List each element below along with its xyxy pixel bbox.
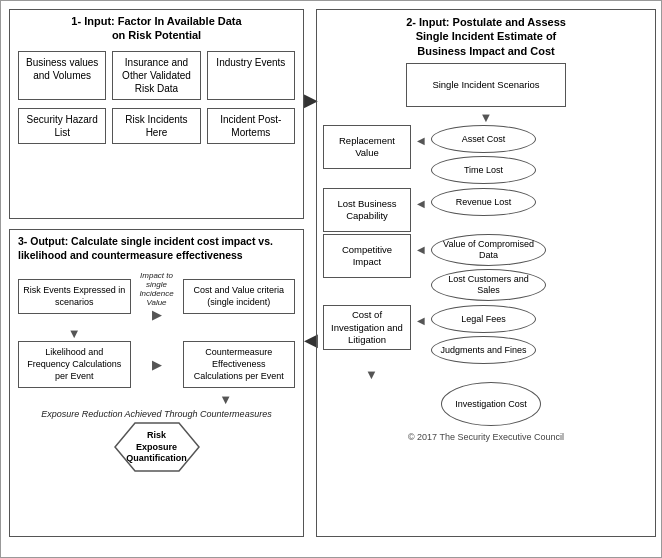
box-countermeasure: Countermeasure Effectiveness Calculation… [183,341,296,388]
impact-label: Impact to single Incidence Value [137,271,177,307]
hexagon-label: Risk Exposure Quantification [126,430,187,464]
connector-3: ◀ [411,234,431,255]
arrow-down-2: ▼ [317,368,655,382]
box-incident-post: Incident Post-Mortems [207,108,295,144]
ovals-lost-business: Revenue Lost [431,188,536,216]
box-industry-events: Industry Events [207,51,295,100]
single-incident-box: Single Incident Scenarios [406,63,566,107]
rect-replacement: Replacement Value [323,125,411,169]
group-replacement: Replacement Value ◀ Asset Cost Time Lost [317,125,655,184]
box-business-values: Business values and Volumes [18,51,106,100]
oval-time-lost: Time Lost [431,156,536,184]
section3-inner: Risk Events Expressed in scenarios Impac… [10,267,303,477]
box-likelihood: Likelihood and Frequency Calculations pe… [18,341,131,388]
box-risk-incidents: Risk Incidents Here [112,108,200,144]
ovals-replacement: Asset Cost Time Lost [431,125,536,184]
oval-asset-cost: Asset Cost [431,125,536,153]
connector-2: ◀ [411,188,431,209]
box-security-hazard: Security Hazard List [18,108,106,144]
oval-judgments: Judgments and Fines [431,336,536,364]
rect-investigation: Cost of Investigation and Litigation [323,305,411,350]
section1-title: 1- Input: Factor In Available Data on Ri… [10,10,303,47]
section3-top-row: Risk Events Expressed in scenarios Impac… [18,271,295,322]
group-competitive: Competitive Impact ◀ Value of Compromise… [317,234,655,301]
oval-lost-customers: Lost Customers and Sales [431,269,546,301]
oval-legal-fees: Legal Fees [431,305,536,333]
connector-4: ◀ [411,305,431,326]
section1-row2: Security Hazard List Risk Incidents Here… [10,104,303,148]
box-risk-events: Risk Events Expressed in scenarios [18,279,131,314]
hexagon-wrapper: Risk Exposure Quantification [18,421,295,473]
rect-lost-business: Lost Business Capability [323,188,411,232]
section3-box: 3- Output: Calculate single incident cos… [9,229,304,537]
oval-investigation-cost: Investigation Cost [441,382,541,426]
connector-1: ◀ [411,125,431,146]
section3-bottom-row: Likelihood and Frequency Calculations pe… [18,341,295,388]
oval-revenue-lost: Revenue Lost [431,188,536,216]
section2-title: 2- Input: Postulate and Assess Single In… [317,10,655,63]
box-insurance: Insurance and Other Validated Risk Data [112,51,200,100]
box-cost-value: Cost and Value criteria (single incident… [183,279,296,314]
group-investigation: Cost of Investigation and Litigation ◀ L… [317,305,655,364]
section1-row1: Business values and Volumes Insurance an… [10,47,303,104]
oval-value-compromised: Value of Compromised Data [431,234,546,266]
hexagon: Risk Exposure Quantification [113,421,201,473]
arrow-down-1: ▼ [317,111,655,125]
section1-box: 1- Input: Factor In Available Data on Ri… [9,9,304,219]
group-lost-business: Lost Business Capability ◀ Revenue Lost [317,188,655,232]
section2-box: 2- Input: Postulate and Assess Single In… [316,9,656,537]
diagram-container: 1- Input: Factor In Available Data on Ri… [0,0,662,558]
section3-title: 3- Output: Calculate single incident cos… [10,230,303,267]
rect-competitive: Competitive Impact [323,234,411,278]
exposure-label: Exposure Reduction Achieved Through Coun… [18,409,295,419]
ovals-investigation: Legal Fees Judgments and Fines [431,305,536,364]
copyright: © 2017 The Security Executive Council [317,432,655,442]
ovals-competitive: Value of Compromised Data Lost Customers… [431,234,546,301]
